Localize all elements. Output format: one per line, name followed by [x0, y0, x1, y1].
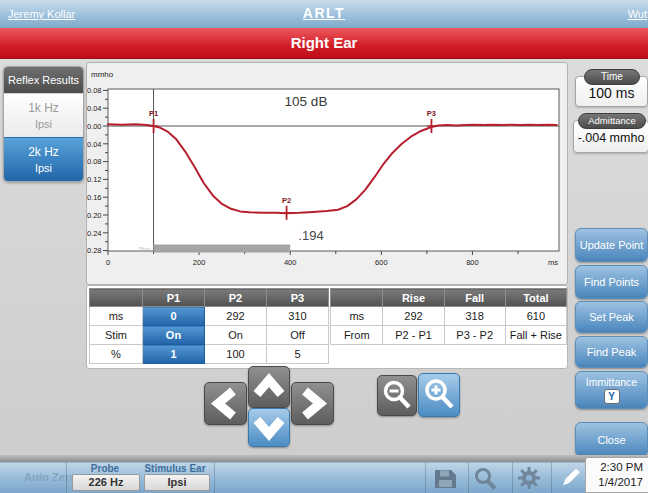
clock-datetime: 2:30 PM 1/4/2017 — [585, 457, 648, 493]
table-cell: 292 — [383, 307, 444, 326]
svg-text:-0.12: -0.12 — [87, 175, 102, 184]
table-cell[interactable]: 1 — [143, 345, 205, 364]
svg-text:P1: P1 — [149, 109, 158, 118]
clock-date: 1/4/2017 — [586, 475, 643, 490]
row-label: From — [331, 326, 383, 345]
freq-label: 1k Hz — [28, 101, 59, 115]
stimulus-ear-label: Stimulus Ear — [140, 463, 210, 474]
svg-text:ms: ms — [548, 258, 558, 267]
points-table: P1P2P3ms0292310StimOnOnOff%11005 — [89, 288, 329, 364]
row-label: Stim — [90, 326, 143, 345]
chevron-right-icon — [292, 383, 333, 424]
arlt-screen: Jeremy Kollar ARLT Wut Right Ear Reflex … — [0, 0, 648, 493]
svg-text:P3: P3 — [427, 109, 436, 118]
statusbar-divider — [214, 462, 215, 493]
statusbar-divider — [551, 462, 552, 493]
clock-time: 2:30 PM — [586, 460, 643, 475]
edit-pencil-icon[interactable] — [557, 465, 583, 491]
top-right-link[interactable]: Wut — [628, 8, 647, 20]
statusbar-divider — [468, 462, 469, 493]
reflex-results-panel: Reflex Results 1k Hz Ipsi 2k Hz Ipsi — [3, 66, 84, 182]
find-points-button[interactable]: Find Points — [575, 265, 648, 299]
svg-text:-0.20: -0.20 — [87, 211, 102, 220]
svg-text:-0.24: -0.24 — [87, 229, 102, 238]
latency-table: RiseFallTotalms292318610FromP2 - P1P3 - … — [330, 288, 567, 345]
table-header: Rise — [383, 289, 444, 307]
freq-label: 2k Hz — [28, 145, 59, 159]
svg-text:200: 200 — [193, 258, 206, 267]
row-label: ms — [90, 307, 143, 326]
gear-icon[interactable] — [517, 466, 541, 490]
immittance-button[interactable]: Immittance Y — [575, 371, 648, 409]
row-label: % — [90, 345, 143, 364]
reflex-chart[interactable]: 0.080.040.00-0.04-0.08-0.12-0.16-0.20-0.… — [87, 63, 567, 284]
table-header: P3 — [267, 289, 329, 307]
svg-text:0.04: 0.04 — [87, 104, 102, 113]
table-cell: P3 - P2 — [444, 326, 505, 345]
chevron-down-icon — [249, 409, 289, 446]
svg-text:400: 400 — [284, 258, 297, 267]
auto-zero-label: Auto Zero — [24, 471, 76, 483]
search-icon[interactable] — [473, 467, 499, 491]
svg-text:0.08: 0.08 — [87, 86, 102, 95]
svg-text:0.00: 0.00 — [87, 122, 102, 131]
magnifier-minus-icon — [378, 376, 416, 415]
table-header: Total — [505, 289, 566, 307]
table-cell[interactable]: On — [143, 326, 205, 345]
app-title[interactable]: ARLT — [0, 5, 648, 21]
table-header: P2 — [205, 289, 267, 307]
move-up-button[interactable] — [248, 366, 290, 408]
probe-value-box[interactable]: 226 Hz — [72, 474, 140, 491]
save-icon[interactable] — [433, 469, 458, 489]
reflex-results-title: Reflex Results — [4, 67, 83, 93]
immittance-button-label: Immittance — [586, 376, 637, 388]
reflex-chart-panel: 0.080.040.00-0.04-0.08-0.12-0.16-0.20-0.… — [86, 62, 568, 285]
table-cell: 610 — [505, 307, 566, 326]
update-point-button[interactable]: Update Point — [575, 228, 648, 262]
admittance-readout-label: Admittance — [578, 113, 646, 129]
table-header: P1 — [143, 289, 205, 307]
stimulus-level-annotation: 105 dB — [285, 94, 328, 109]
statusbar-divider — [66, 462, 67, 493]
app-title-bar: Jeremy Kollar ARLT Wut — [0, 0, 648, 29]
table-cell[interactable]: Off — [267, 326, 329, 345]
svg-text:-0.04: -0.04 — [87, 140, 102, 149]
sidebar-item-2khz-ipsi[interactable]: 2k Hz Ipsi — [4, 137, 83, 181]
svg-text:Stim: Stim — [139, 246, 151, 252]
set-peak-button[interactable]: Set Peak — [575, 301, 648, 333]
table-cell[interactable]: 5 — [267, 345, 329, 364]
move-right-button[interactable] — [291, 382, 334, 425]
table-cell[interactable]: 100 — [205, 345, 267, 364]
svg-text:P2: P2 — [282, 196, 291, 205]
zoom-in-button[interactable] — [418, 373, 460, 417]
table-header — [331, 289, 383, 307]
statusbar-divider — [425, 462, 426, 493]
zoom-out-button[interactable] — [377, 375, 417, 416]
stimulus-ear-value-box[interactable]: Ipsi — [144, 474, 210, 491]
table-cell[interactable]: 0 — [143, 307, 205, 326]
table-cell[interactable]: 310 — [267, 307, 329, 326]
table-cell[interactable]: On — [205, 326, 267, 345]
table-cell: P2 - P1 — [383, 326, 444, 345]
chevron-up-icon — [249, 367, 289, 407]
table-cell[interactable]: 292 — [205, 307, 267, 326]
time-readout-label: Time — [584, 69, 640, 85]
move-left-button[interactable] — [204, 382, 247, 425]
svg-text:-0.28: -0.28 — [87, 246, 102, 255]
svg-text:-0.16: -0.16 — [87, 193, 102, 202]
find-peak-button[interactable]: Find Peak — [575, 336, 648, 368]
results-tables-panel: P1P2P3ms0292310StimOnOnOff%11005 RiseFal… — [86, 285, 568, 369]
move-down-button[interactable] — [248, 408, 290, 447]
svg-text:0: 0 — [106, 258, 110, 267]
probe-label: Probe — [72, 463, 138, 474]
immittance-y-badge: Y — [604, 389, 620, 404]
ear-label: Ipsi — [35, 118, 52, 130]
bottom-shadow-strip — [0, 455, 648, 462]
statusbar-divider — [512, 462, 513, 493]
ear-banner: Right Ear — [0, 28, 648, 59]
chevron-left-icon — [205, 383, 246, 424]
table-cell: 318 — [444, 307, 505, 326]
sidebar-item-1khz-ipsi[interactable]: 1k Hz Ipsi — [4, 93, 83, 137]
close-button[interactable]: Close — [575, 422, 648, 457]
svg-text:600: 600 — [375, 258, 388, 267]
